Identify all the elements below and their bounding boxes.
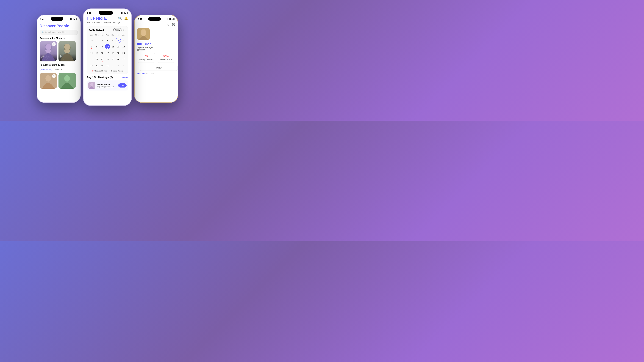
meeting-time: Aug 10th @11am EST xyxy=(97,86,117,88)
date-10-today: 10 xyxy=(105,44,110,49)
day-header-fri: Fri xyxy=(115,33,120,36)
cal-date-5[interactable]: 5 xyxy=(116,37,121,43)
right-phone: 9:41 ▐▐▐ ▴ ▓ ♡ 💬 xyxy=(134,15,178,103)
stat-meetings: 59 Meetings Completed xyxy=(137,53,155,63)
heart-header-icon[interactable]: ♡ xyxy=(167,23,170,26)
date-1-next: 1 xyxy=(110,63,116,68)
cal-date-8[interactable]: 8 xyxy=(94,44,99,50)
location-label: Location: xyxy=(137,73,146,75)
prev-month-arrow[interactable]: ‹ xyxy=(123,28,124,31)
cal-date-18[interactable]: 18 xyxy=(110,50,116,56)
calendar-days-header: Sun Mon Tue Wed Thu Fri Sat xyxy=(89,33,126,36)
cal-date-30[interactable]: 30 xyxy=(100,62,105,68)
left-status-bar: 9:41 ▐▐▐ ▴ ▓ xyxy=(37,15,80,22)
cal-date-27[interactable]: 27 xyxy=(121,56,126,62)
cal-date-2[interactable]: 2 xyxy=(100,37,105,43)
cal-date-17[interactable]: 17 xyxy=(105,50,110,56)
cal-date-1[interactable]: 1 xyxy=(94,37,99,43)
popular-card-1[interactable]: ♡ xyxy=(40,73,57,89)
cal-date-26[interactable]: 26 xyxy=(116,56,121,62)
meeting-info: Naomi Rohan Aug 10th @11am EST xyxy=(97,83,117,88)
cal-date-7[interactable]: 7 xyxy=(89,44,94,50)
cal-date-12[interactable]: 12 xyxy=(116,44,121,50)
cal-date-11[interactable]: 11 xyxy=(110,44,116,50)
cal-date-14[interactable]: 14 xyxy=(89,50,94,56)
day-header-sat: Sat xyxy=(120,33,126,36)
center-dynamic-island xyxy=(99,11,113,14)
cal-date-29[interactable]: 29 xyxy=(94,62,99,68)
cal-date-22[interactable]: 22 xyxy=(94,56,99,62)
cal-date-19[interactable]: 19 xyxy=(116,50,121,56)
mentor-card-bg-2: Dary Engin @Smit xyxy=(58,41,76,61)
cal-date-6[interactable]: 6 xyxy=(121,37,126,43)
reviews-tab-button[interactable]: Reviews xyxy=(140,65,178,71)
dot-23 xyxy=(102,61,103,62)
date-4: 4 xyxy=(110,38,116,43)
search-bar[interactable]: 🔍 Search mentors by title t xyxy=(40,30,78,35)
cal-date-16[interactable]: 16 xyxy=(100,50,105,56)
cal-date-23[interactable]: 23 xyxy=(100,56,105,62)
cal-date-31[interactable]: 31 xyxy=(105,62,110,68)
calendar-legend: Scheduled Meeting Pending Meeting xyxy=(89,70,126,72)
cal-date-13[interactable]: 13 xyxy=(121,44,126,50)
chat-header-icon[interactable]: 💬 xyxy=(172,23,175,26)
stat-meetings-number: 59 xyxy=(139,55,154,58)
cal-date-20[interactable]: 20 xyxy=(121,50,126,56)
heart-button-popular-1[interactable]: ♡ xyxy=(52,74,56,78)
view-all-link[interactable]: View All xyxy=(122,76,128,78)
day-header-mon: Mon xyxy=(94,33,99,36)
cal-date-21[interactable]: 21 xyxy=(89,56,94,62)
day-header-thu: Thu xyxy=(110,33,115,36)
wifi-icon: ▴ xyxy=(74,18,75,20)
search-placeholder-text: Search mentors by title t xyxy=(45,31,66,33)
today-button[interactable]: Today xyxy=(113,28,122,31)
search-icon: 🔍 xyxy=(42,31,44,33)
calendar-nav: Today ‹ › xyxy=(113,28,126,31)
popular-avatar-2 xyxy=(58,73,76,89)
legend-scheduled-label: Scheduled Meeting xyxy=(94,70,107,72)
profile-header-icons: ♡ 💬 xyxy=(134,22,178,28)
left-phone: 9:41 ▐▐▐ ▴ ▓ Discover People 🔍 Search me… xyxy=(37,15,81,103)
topic-tags: programming career ch xyxy=(40,68,78,71)
topic-tag-career[interactable]: career ch xyxy=(54,68,63,71)
profile-role-company: @Mooch xyxy=(137,48,145,51)
greeting-row: Hi, Felicia. 🔍 🔔 xyxy=(87,16,128,21)
popular-card-2[interactable] xyxy=(58,73,76,89)
stat-attendance-number: 95% xyxy=(159,55,174,58)
meeting-person-name: Naomi Rohan xyxy=(97,83,117,86)
location-row: Location: New York xyxy=(134,73,178,75)
popular-section-title: Popular Mentors by Topi xyxy=(40,64,78,66)
date-30: 30 xyxy=(100,63,105,68)
day-header-sun: Sun xyxy=(89,33,94,36)
cal-date-4[interactable]: 4 xyxy=(110,37,116,43)
mentor-card-1[interactable]: Katie Chan Senior Engineer @Mooch ♡ xyxy=(40,41,57,61)
meetings-title: Aug 10th Meetings (2) xyxy=(87,76,113,79)
day-header-wed: Wed xyxy=(105,33,110,36)
cal-date-15[interactable]: 15 xyxy=(94,50,99,56)
date-3: 3 xyxy=(105,38,110,43)
date-1: 1 xyxy=(94,38,99,43)
cal-date-28[interactable]: 28 xyxy=(89,62,94,68)
date-13: 13 xyxy=(121,44,126,49)
cal-date-1-next[interactable]: 1 xyxy=(110,62,116,68)
mentor-avatar-2 xyxy=(58,41,76,61)
cal-date-3-next[interactable]: 3 xyxy=(121,62,126,68)
next-month-arrow[interactable]: › xyxy=(125,28,126,31)
right-battery-icon: ▓ xyxy=(173,18,174,20)
heart-button-1[interactable]: ♡ xyxy=(52,42,56,46)
right-signal-icon: ▐▐▐ xyxy=(167,18,171,20)
cal-date-25[interactable]: 25 xyxy=(110,56,116,62)
day-header-tue: Tue xyxy=(100,33,105,36)
mentor-card-2[interactable]: Dary Engin @Smit xyxy=(58,41,76,61)
cal-date-3[interactable]: 3 xyxy=(105,37,110,43)
cal-date-24[interactable]: 24 xyxy=(105,56,110,62)
bell-icon[interactable]: 🔔 xyxy=(124,16,128,20)
topic-tag-programming[interactable]: programming xyxy=(40,68,52,71)
cal-date-30-prev[interactable]: 30 xyxy=(89,37,94,43)
view-meeting-button[interactable]: View xyxy=(118,83,126,87)
cal-date-2-next[interactable]: 2 xyxy=(116,62,121,68)
cal-date-9[interactable]: 9 xyxy=(100,44,105,50)
date-16: 16 xyxy=(100,50,105,56)
cal-date-10[interactable]: 10 xyxy=(105,44,110,50)
search-header-icon[interactable]: 🔍 xyxy=(118,16,122,20)
